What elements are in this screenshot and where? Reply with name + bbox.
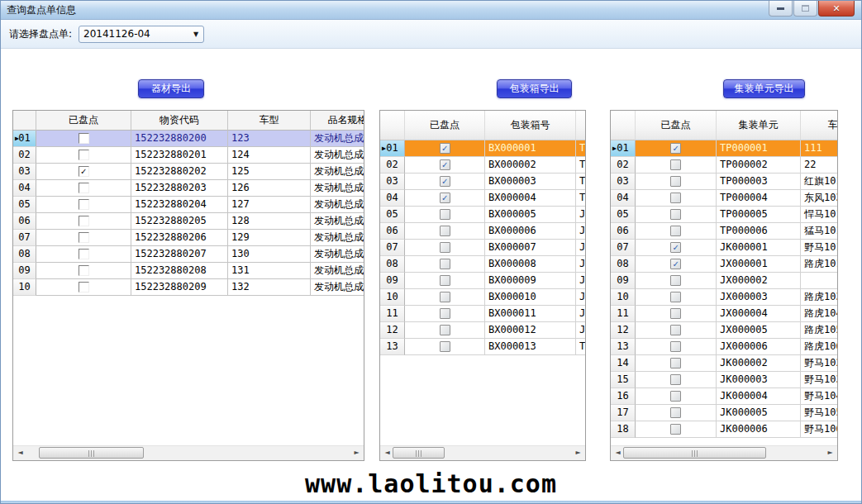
- row-checkbox[interactable]: [440, 209, 450, 220]
- data-cell[interactable]: 128: [228, 213, 311, 230]
- data-cell[interactable]: 悍马101: [801, 207, 838, 223]
- row-checkbox[interactable]: [670, 292, 681, 302]
- row-checkbox[interactable]: [440, 341, 450, 352]
- row-checkbox[interactable]: ✓: [440, 159, 450, 170]
- data-cell[interactable]: JX: [576, 223, 586, 240]
- row-checkbox[interactable]: [670, 209, 681, 220]
- table-row[interactable]: 12JX000005路虎105: [611, 322, 838, 339]
- row-header[interactable]: 18: [611, 421, 636, 438]
- column-header[interactable]: 包装箱号: [485, 111, 576, 140]
- table-row[interactable]: 10JX000003路虎103: [611, 289, 838, 306]
- row-header[interactable]: 12: [611, 322, 636, 339]
- data-cell[interactable]: 红旗101: [801, 174, 838, 190]
- row-checkbox[interactable]: [440, 275, 450, 286]
- row-header[interactable]: 07: [611, 240, 636, 256]
- row-header[interactable]: 09: [380, 273, 405, 289]
- table-row[interactable]: 05TP000005悍马101: [611, 207, 838, 223]
- row-header[interactable]: ▶01: [611, 140, 636, 157]
- checkbox-cell[interactable]: [636, 421, 717, 438]
- checkbox-cell[interactable]: [636, 207, 717, 223]
- data-cell[interactable]: 111: [801, 140, 838, 157]
- data-cell[interactable]: TP: [576, 140, 586, 157]
- table-row[interactable]: 02TP00000222: [611, 157, 838, 174]
- checkbox-cell[interactable]: [405, 339, 485, 355]
- row-header[interactable]: 11: [380, 306, 405, 322]
- data-cell[interactable]: 发动机总成: [311, 180, 364, 197]
- data-cell[interactable]: 路虎106: [801, 339, 838, 355]
- data-cell[interactable]: 野马104: [801, 388, 838, 405]
- table-row[interactable]: 08152232880207130发动机总成: [13, 246, 364, 263]
- column-header[interactable]: 车型: [228, 111, 311, 131]
- data-cell[interactable]: 东风103: [801, 190, 838, 207]
- data-cell[interactable]: JX: [576, 289, 586, 306]
- row-checkbox[interactable]: [79, 183, 89, 193]
- checkbox-cell[interactable]: [636, 405, 717, 421]
- data-cell[interactable]: 132: [228, 279, 311, 296]
- scroll-thumb[interactable]: [623, 447, 766, 459]
- row-header[interactable]: 15: [611, 372, 636, 388]
- checkbox-cell[interactable]: ✓: [405, 140, 485, 157]
- row-header[interactable]: 12: [380, 322, 405, 339]
- table-row[interactable]: 13JX000006路虎106: [611, 339, 838, 355]
- row-header[interactable]: 13: [611, 339, 636, 355]
- row-header[interactable]: 06: [380, 223, 405, 240]
- row-checkbox[interactable]: ✓: [670, 143, 681, 154]
- data-cell[interactable]: BX000010: [485, 289, 576, 306]
- row-header[interactable]: 06: [13, 213, 36, 230]
- data-cell[interactable]: TP000003: [717, 174, 801, 190]
- data-cell[interactable]: 125: [228, 164, 311, 180]
- data-cell[interactable]: JX000004: [717, 306, 801, 322]
- row-header[interactable]: ▶01: [13, 131, 36, 147]
- row-checkbox[interactable]: [79, 282, 89, 292]
- maximize-button[interactable]: [793, 1, 817, 17]
- table-row[interactable]: 14JK000002野马102: [611, 355, 838, 372]
- row-header[interactable]: 02: [380, 157, 405, 174]
- data-cell[interactable]: TP: [576, 157, 586, 174]
- data-cell[interactable]: JX: [576, 273, 586, 289]
- row-checkbox[interactable]: ✓: [670, 242, 681, 253]
- data-cell[interactable]: 野马101: [801, 240, 838, 256]
- data-cell[interactable]: 路虎104: [801, 306, 838, 322]
- scroll-right-button[interactable]: ►: [350, 446, 364, 459]
- table-row[interactable]: 17JK000005野马105: [611, 405, 838, 421]
- row-checkbox[interactable]: [670, 176, 681, 187]
- row-header[interactable]: 05: [380, 207, 405, 223]
- row-header[interactable]: 07: [380, 240, 405, 256]
- minimize-button[interactable]: [769, 1, 793, 17]
- table-row[interactable]: 04152232880203126发动机总成: [13, 180, 364, 197]
- data-cell[interactable]: JX000001: [717, 256, 801, 273]
- checkbox-cell[interactable]: [636, 339, 717, 355]
- data-cell[interactable]: TP000005: [717, 207, 801, 223]
- data-cell[interactable]: BX000009: [485, 273, 576, 289]
- horizontal-scrollbar[interactable]: ◄ ►: [611, 445, 837, 460]
- checkbox-cell[interactable]: [36, 213, 131, 230]
- table-row[interactable]: 18JK000006野马106: [611, 421, 838, 438]
- inventory-sheet-select[interactable]: 20141126-04 ▼: [79, 26, 204, 43]
- checkbox-cell[interactable]: [636, 355, 717, 372]
- data-cell[interactable]: JK000006: [717, 421, 801, 438]
- data-cell[interactable]: BX000002: [485, 157, 576, 174]
- row-checkbox[interactable]: [440, 242, 450, 253]
- data-cell[interactable]: BX000011: [485, 306, 576, 322]
- checkbox-cell[interactable]: [405, 322, 485, 339]
- row-checkbox[interactable]: [670, 226, 681, 236]
- data-cell[interactable]: 152232880207: [131, 246, 228, 263]
- box-export-button[interactable]: 包装箱导出: [497, 79, 572, 98]
- table-row[interactable]: 10152232880209132发动机总成: [13, 279, 364, 296]
- row-checkbox[interactable]: [670, 407, 681, 418]
- column-header[interactable]: 已盘点: [636, 111, 717, 140]
- row-checkbox[interactable]: [670, 424, 681, 435]
- checkbox-cell[interactable]: [36, 131, 131, 147]
- row-checkbox[interactable]: [670, 391, 681, 402]
- table-row[interactable]: ▶01✓TP000001111: [611, 140, 838, 157]
- data-cell[interactable]: 路虎101: [801, 256, 838, 273]
- data-cell[interactable]: TP000006: [717, 223, 801, 240]
- row-header[interactable]: 05: [13, 197, 36, 213]
- column-header[interactable]: [576, 111, 586, 140]
- table-row[interactable]: 13BX000013TP: [380, 339, 586, 355]
- row-checkbox[interactable]: [79, 249, 89, 259]
- row-checkbox[interactable]: [440, 292, 450, 302]
- data-cell[interactable]: 129: [228, 230, 311, 246]
- data-cell[interactable]: 22: [801, 157, 838, 174]
- row-header[interactable]: 17: [611, 405, 636, 421]
